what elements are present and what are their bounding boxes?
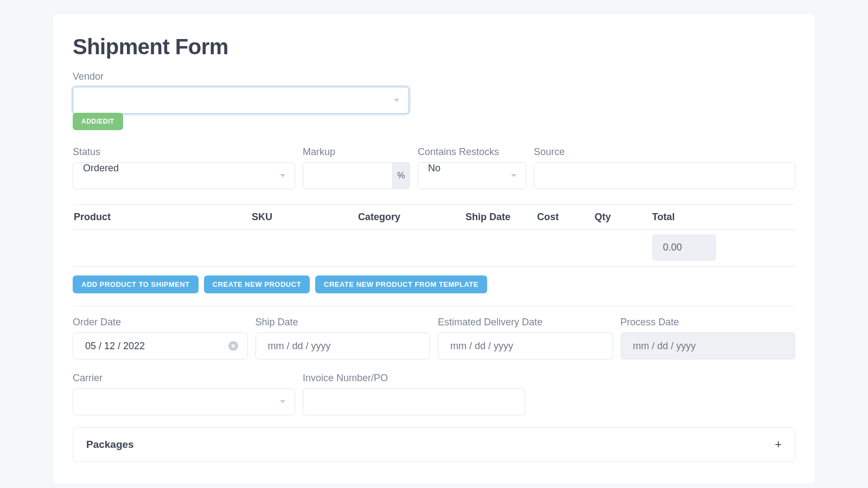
vendor-field-group: Vendor ADD/EDIT: [73, 71, 795, 131]
edd-input[interactable]: mm / dd / yyyy: [438, 332, 613, 359]
source-input[interactable]: [534, 162, 795, 189]
invoice-label: Invoice Number/PO: [303, 373, 525, 384]
table-header-row: Product SKU Category Ship Date Cost Qty …: [73, 205, 795, 230]
order-date-input[interactable]: 05 / 12 / 2022: [73, 332, 248, 359]
restocks-label: Contains Restocks: [418, 146, 526, 158]
products-table: Product SKU Category Ship Date Cost Qty …: [73, 204, 795, 267]
carrier-label: Carrier: [73, 373, 295, 384]
create-product-button[interactable]: CREATE NEW PRODUCT: [204, 275, 310, 293]
process-date-group: Process Date mm / dd / yyyy: [621, 317, 796, 359]
edd-label: Estimated Delivery Date: [438, 317, 613, 328]
process-date-input: mm / dd / yyyy: [621, 332, 796, 359]
th-sku: SKU: [252, 211, 358, 223]
total-value: 0.00: [652, 234, 716, 261]
markup-percent-suffix: %: [393, 162, 410, 189]
status-field-group: Status Ordered: [73, 146, 295, 189]
status-select[interactable]: Ordered: [73, 162, 295, 189]
vendor-label: Vendor: [73, 71, 795, 82]
ship-date-input[interactable]: mm / dd / yyyy: [256, 332, 431, 359]
carrier-field-group: Carrier: [73, 373, 295, 415]
source-field-group: Source: [534, 146, 795, 189]
th-category: Category: [358, 211, 465, 223]
invoice-input[interactable]: [303, 388, 525, 415]
restocks-select[interactable]: No: [418, 162, 526, 189]
clear-icon[interactable]: [228, 341, 238, 351]
status-label: Status: [73, 146, 295, 158]
table-total-row: 0.00: [73, 230, 795, 266]
packages-title: Packages: [86, 439, 134, 451]
vendor-add-edit-button[interactable]: ADD/EDIT: [73, 113, 123, 130]
create-from-template-button[interactable]: CREATE NEW PRODUCT FROM TEMPLATE: [315, 275, 487, 293]
product-actions-row: ADD PRODUCT TO SHIPMENT CREATE NEW PRODU…: [73, 275, 795, 307]
markup-input[interactable]: [303, 162, 393, 189]
carrier-invoice-row: Carrier Invoice Number/PO: [73, 373, 795, 415]
source-label: Source: [534, 146, 795, 158]
vendor-select-wrap: [73, 87, 409, 114]
th-ship-date: Ship Date: [465, 211, 537, 223]
order-date-label: Order Date: [73, 317, 248, 328]
ship-date-label: Ship Date: [256, 317, 431, 328]
page-title: Shipment Form: [73, 35, 795, 59]
plus-icon[interactable]: +: [775, 439, 782, 451]
th-total: Total: [652, 211, 794, 223]
ship-date-group: Ship Date mm / dd / yyyy: [256, 317, 431, 359]
restocks-field-group: Contains Restocks No: [418, 146, 526, 189]
packages-accordion[interactable]: Packages +: [73, 427, 795, 462]
edd-group: Estimated Delivery Date mm / dd / yyyy: [438, 317, 613, 359]
th-product: Product: [74, 211, 252, 223]
shipment-form-card: Shipment Form Vendor ADD/EDIT Status Ord…: [53, 14, 815, 484]
th-cost: Cost: [537, 211, 595, 223]
th-qty: Qty: [595, 211, 652, 223]
markup-field-group: Markup %: [303, 146, 410, 189]
carrier-select[interactable]: [73, 388, 295, 415]
process-date-label: Process Date: [621, 317, 796, 328]
invoice-field-group: Invoice Number/PO: [303, 373, 525, 415]
markup-label: Markup: [303, 146, 410, 158]
order-date-group: Order Date 05 / 12 / 2022: [73, 317, 248, 359]
add-product-button[interactable]: ADD PRODUCT TO SHIPMENT: [73, 275, 199, 293]
meta-row: Status Ordered Markup % Contains Restock…: [73, 146, 795, 189]
dates-row: Order Date 05 / 12 / 2022 Ship Date mm /…: [73, 317, 795, 359]
vendor-select[interactable]: [73, 87, 409, 114]
